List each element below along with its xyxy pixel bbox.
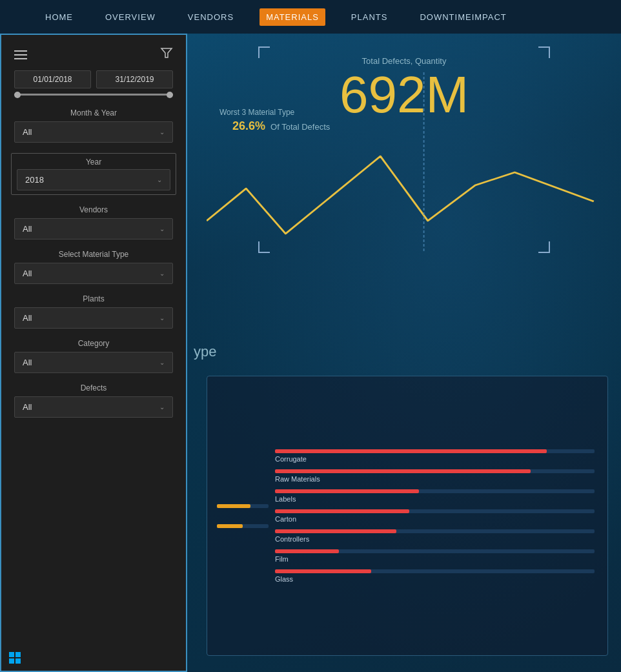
chevron-down-icon-category: ⌄ <box>159 359 165 366</box>
filter-year: Year 2018 ⌄ <box>11 153 176 195</box>
filter-defects-label: Defects <box>14 383 173 392</box>
chevron-down-icon-defects: ⌄ <box>159 403 165 411</box>
date-slider[interactable] <box>11 94 176 96</box>
nav-home[interactable]: Home <box>39 8 79 26</box>
bar-item-labels: Labels <box>275 489 595 503</box>
bracket-top-right <box>538 46 550 58</box>
bracket-top-left <box>258 46 270 58</box>
bar-label-carton: Carton <box>275 515 595 523</box>
chevron-down-icon-year: ⌄ <box>157 176 162 183</box>
bar-label-glass: Glass <box>275 575 595 583</box>
vendors-dropdown[interactable]: All ⌄ <box>14 218 173 239</box>
bar-item-glass: Glass <box>275 569 595 583</box>
bar-fill-gold-2 <box>217 524 243 528</box>
filter-month-year-label: Month & Year <box>14 108 173 117</box>
filter-defects: Defects All ⌄ <box>11 383 176 418</box>
filter-year-label: Year <box>17 158 170 167</box>
chevron-down-icon-vendors: ⌄ <box>159 225 165 232</box>
bar-label-controllers: Controllers <box>275 535 595 543</box>
bar-fill-corrugate <box>275 449 547 453</box>
filter-category-label: Category <box>14 339 173 348</box>
filter-plants: Plants All ⌄ <box>11 294 176 329</box>
chevron-down-icon: ⌄ <box>159 128 165 136</box>
bar-fill-gold-1 <box>217 504 250 508</box>
year-value: 2018 <box>25 175 44 185</box>
year-dropdown[interactable]: 2018 ⌄ <box>17 169 170 190</box>
month-year-dropdown[interactable]: All ⌄ <box>14 121 173 143</box>
filter-vendors: Vendors All ⌄ <box>11 205 176 239</box>
filter-icon[interactable] <box>160 46 173 63</box>
filter-material-type-label: Select Material Type <box>14 250 173 259</box>
date-range: 01/01/2018 31/12/2019 <box>11 70 176 88</box>
nav-overview[interactable]: Overview <box>99 8 162 26</box>
bar-label-raw: Raw Materials <box>275 475 595 483</box>
date-start[interactable]: 01/01/2018 <box>14 70 91 88</box>
bar-item-left-1 <box>217 504 269 508</box>
bar-fill-glass <box>275 569 371 573</box>
chevron-down-icon-material: ⌄ <box>159 270 165 277</box>
bar-item-controllers: Controllers <box>275 529 595 543</box>
navbar: Home Overview Vendors Materials Plants D… <box>0 0 621 34</box>
nav-materials[interactable]: Materials <box>260 8 325 26</box>
bar-fill-raw <box>275 469 531 473</box>
category-dropdown[interactable]: All ⌄ <box>14 352 173 373</box>
filter-vendors-label: Vendors <box>14 205 173 214</box>
bar-fill-labels <box>275 489 419 493</box>
material-type-dropdown[interactable]: All ⌄ <box>14 263 173 284</box>
bar-label-corrugate: Corrugate <box>275 455 595 463</box>
section-heading: ype <box>194 343 621 360</box>
windows-logo-icon <box>9 652 21 664</box>
bar-item-left-2 <box>217 524 269 528</box>
filter-material-type: Select Material Type All ⌄ <box>11 250 176 284</box>
nav-plants[interactable]: Plants <box>345 8 394 26</box>
chevron-down-icon-plants: ⌄ <box>159 314 165 321</box>
content-area: Total Defects, Quantity 692M Worst 3 Mat… <box>187 34 621 672</box>
hamburger-icon[interactable] <box>14 50 27 59</box>
bar-label-labels: Labels <box>275 495 595 503</box>
filter-plants-label: Plants <box>14 294 173 303</box>
bar-fill-carton <box>275 509 409 513</box>
sidebar-header <box>11 41 176 70</box>
month-year-value: All <box>23 127 32 137</box>
bar-fill-film <box>275 549 339 553</box>
svg-marker-0 <box>161 48 172 57</box>
nav-downtime[interactable]: DowntimeImpact <box>413 8 513 26</box>
plants-dropdown[interactable]: All ⌄ <box>14 307 173 329</box>
windows-start-button[interactable] <box>3 646 26 669</box>
defects-dropdown[interactable]: All ⌄ <box>14 396 173 418</box>
bar-item-corrugate: Corrugate <box>275 449 595 463</box>
line-chart <box>207 72 602 253</box>
category-value: All <box>23 358 32 367</box>
date-end[interactable]: 31/12/2019 <box>96 70 173 88</box>
bar-fill-controllers <box>275 529 396 533</box>
defects-value: All <box>23 402 32 412</box>
bar-label-film: Film <box>275 555 595 563</box>
material-type-value: All <box>23 269 32 278</box>
bar-item-raw: Raw Materials <box>275 469 595 483</box>
plants-value: All <box>23 313 32 323</box>
filter-month-year: Month & Year All ⌄ <box>11 108 176 143</box>
vendors-value: All <box>23 224 32 234</box>
bar-item-carton: Carton <box>275 509 595 523</box>
bar-item-film: Film <box>275 549 595 563</box>
sidebar: 01/01/2018 31/12/2019 Month & Year All ⌄… <box>0 34 187 672</box>
filter-category: Category All ⌄ <box>11 339 176 373</box>
nav-vendors[interactable]: Vendors <box>181 8 240 26</box>
